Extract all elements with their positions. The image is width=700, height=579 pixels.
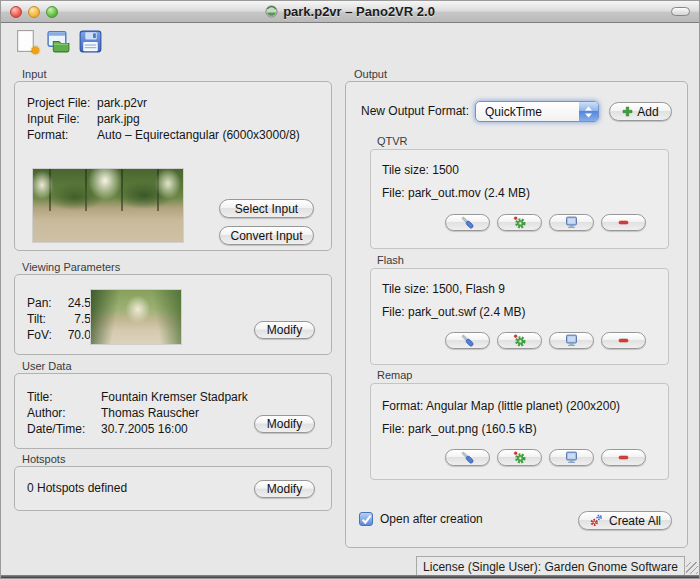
flash-preview-button[interactable] <box>549 332 594 349</box>
output-format-select[interactable]: QuickTime <box>475 101 599 122</box>
hotspots-group: 0 Hotspots defined Modify <box>14 466 332 511</box>
fov-label: FoV: <box>27 328 59 343</box>
qtvr-generate-button[interactable] <box>497 214 542 231</box>
datetime-value: 30.7.2005 16:00 <box>101 421 188 437</box>
qtvr-format-label: QTVR <box>377 135 408 147</box>
project-file-label: Project File: <box>27 95 97 111</box>
qtvr-file: File: park_out.mov (2.4 MB) <box>382 186 530 200</box>
datetime-label: Date/Time: <box>27 421 101 437</box>
remap-format: Format: Angular Map (little planet) (200… <box>382 399 620 413</box>
input-panorama-thumbnail <box>32 168 184 243</box>
flash-format-box: Tile size: 1500, Flash 9 File: park_out.… <box>370 268 669 365</box>
input-file-value: park.jpg <box>97 111 140 127</box>
remap-settings-button[interactable] <box>445 449 490 466</box>
save-project-button[interactable] <box>77 28 104 55</box>
qtvr-settings-button[interactable] <box>445 214 490 231</box>
wrench-icon <box>460 450 475 465</box>
hotspots-group-label: Hotspots <box>22 453 65 465</box>
convert-input-button[interactable]: Convert Input <box>219 226 314 245</box>
titlebar: park.p2vr – Pano2VR 2.0 <box>1 1 699 23</box>
minus-icon <box>616 333 631 348</box>
format-row: Format: Auto – Equirectangular (6000x300… <box>27 127 300 143</box>
title-value: Fountain Kremser Stadpark <box>101 389 248 405</box>
format-label: Format: <box>27 127 97 143</box>
user-data-modify-button[interactable]: Modify <box>254 415 315 433</box>
viewing-modify-button[interactable]: Modify <box>254 321 315 339</box>
app-icon <box>265 5 278 18</box>
datetime-row: Date/Time: 30.7.2005 16:00 <box>27 421 248 437</box>
remap-action-buttons <box>445 449 646 466</box>
fov-row: FoV: 70.0 <box>27 328 91 343</box>
gear-icon <box>512 450 527 465</box>
minus-icon <box>616 215 631 230</box>
open-after-creation-label: Open after creation <box>380 512 483 526</box>
window-title-wrap: park.p2vr – Pano2VR 2.0 <box>1 1 699 22</box>
flash-remove-button[interactable] <box>601 332 646 349</box>
license-text: License (Single User): Garden Gnome Soft… <box>423 560 678 574</box>
window-bottom-edge <box>1 575 699 578</box>
remap-preview-button[interactable] <box>549 449 594 466</box>
remap-format-box: Format: Angular Map (little planet) (200… <box>370 383 669 480</box>
output-group-label: Output <box>354 68 387 80</box>
new-star-icon: ✹ <box>30 44 41 57</box>
tilt-label: Tilt: <box>27 312 59 327</box>
add-button-label: Add <box>637 105 658 119</box>
flash-settings-button[interactable] <box>445 332 490 349</box>
title-row: Title: Fountain Kremser Stadpark <box>27 389 248 405</box>
output-format-selected-value: QuickTime <box>485 105 542 119</box>
display-icon <box>564 215 579 230</box>
input-file-info: Project File: park.p2vr Input File: park… <box>27 95 300 143</box>
window-title: park.p2vr – Pano2VR 2.0 <box>283 4 435 19</box>
add-output-button[interactable]: Add <box>609 102 672 121</box>
pan-value: 24.5 <box>59 296 91 311</box>
gear-icon <box>512 333 527 348</box>
popup-arrows-icon <box>579 102 598 121</box>
qtvr-remove-button[interactable] <box>601 214 646 231</box>
display-icon <box>564 333 579 348</box>
create-all-button[interactable]: Create All <box>578 511 672 530</box>
checkmark-icon <box>360 513 373 526</box>
fov-value: 70.0 <box>59 328 91 343</box>
user-data-group: Title: Fountain Kremser Stadpark Author:… <box>14 373 332 449</box>
viewing-group-label: Viewing Parameters <box>22 261 120 273</box>
gears-icon <box>589 513 604 528</box>
save-floppy-icon <box>77 28 104 55</box>
open-after-creation-checkbox[interactable] <box>359 512 373 526</box>
project-file-row: Project File: park.p2vr <box>27 95 300 111</box>
remap-generate-button[interactable] <box>497 449 542 466</box>
qtvr-action-buttons <box>445 214 646 231</box>
user-data-values: Title: Fountain Kremser Stadpark Author:… <box>27 389 248 437</box>
create-all-label: Create All <box>609 514 661 528</box>
new-output-format-label: New Output Format: <box>361 104 469 118</box>
title-label: Title: <box>27 389 101 405</box>
hotspots-status: 0 Hotspots defined <box>27 481 127 495</box>
output-group: New Output Format: QuickTime Add QTVR Ti… <box>345 81 688 548</box>
remap-file: File: park_out.png (160.5 kB) <box>382 422 537 436</box>
new-project-button[interactable]: ✹ <box>13 28 40 55</box>
display-icon <box>564 450 579 465</box>
open-folder-icon <box>45 28 72 55</box>
tilt-value: 7.5 <box>59 312 91 327</box>
hotspots-modify-button[interactable]: Modify <box>254 480 315 498</box>
open-project-button[interactable] <box>45 28 72 55</box>
author-row: Author: Thomas Rauscher <box>27 405 248 421</box>
resize-grip[interactable] <box>686 562 698 574</box>
author-value: Thomas Rauscher <box>101 405 199 421</box>
toolbar: ✹ <box>1 23 699 61</box>
qtvr-format-box: Tile size: 1500 File: park_out.mov (2.4 … <box>370 149 669 249</box>
qtvr-preview-button[interactable] <box>549 214 594 231</box>
input-group-label: Input <box>22 68 46 80</box>
wrench-icon <box>460 333 475 348</box>
select-input-button[interactable]: Select Input <box>219 199 314 218</box>
viewing-values: Pan: 24.5 Tilt: 7.5 FoV: 70.0 <box>27 296 91 344</box>
flash-format-label: Flash <box>377 254 404 266</box>
flash-generate-button[interactable] <box>497 332 542 349</box>
remap-remove-button[interactable] <box>601 449 646 466</box>
flash-file: File: park_out.swf (2.4 MB) <box>382 305 525 319</box>
toolbar-toggle-pill[interactable] <box>671 7 690 16</box>
format-value: Auto – Equirectangular (6000x3000/8) <box>97 127 300 143</box>
input-file-label: Input File: <box>27 111 97 127</box>
wrench-icon <box>460 215 475 230</box>
input-group: Project File: park.p2vr Input File: park… <box>14 81 332 251</box>
app-window: park.p2vr – Pano2VR 2.0 ✹ <box>0 0 700 579</box>
